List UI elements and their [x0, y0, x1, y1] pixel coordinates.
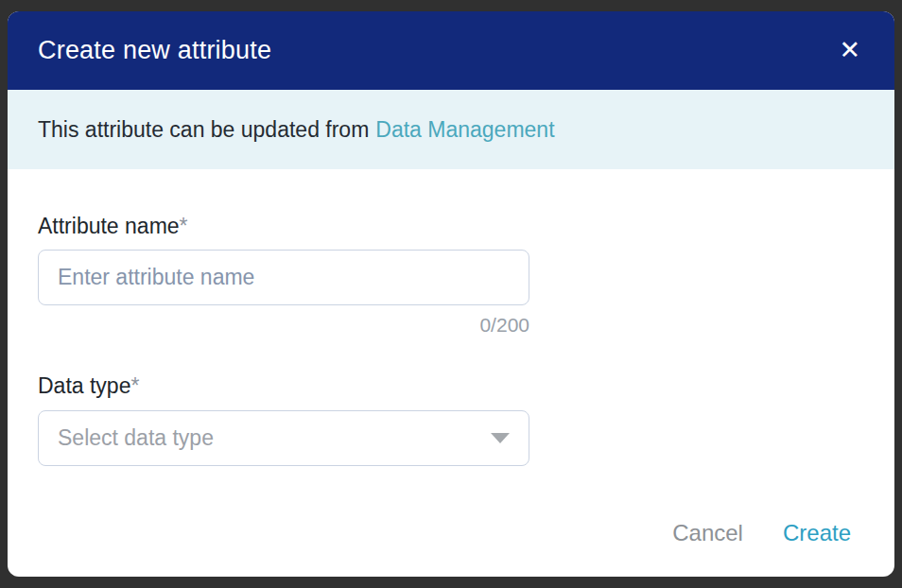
modal-title: Create new attribute — [38, 36, 271, 65]
banner-text: This attribute can be updated from — [38, 117, 369, 143]
char-counter: 0/200 — [38, 314, 529, 337]
data-type-label: Data type* — [38, 372, 864, 399]
required-marker: * — [180, 214, 188, 238]
data-management-link[interactable]: Data Management — [375, 117, 554, 143]
modal-footer: Cancel Create — [8, 518, 894, 577]
close-button[interactable]: ✕ — [835, 34, 864, 67]
modal-header: Create new attribute ✕ — [8, 11, 894, 90]
modal-body: Attribute name* 0/200 Data type* Select … — [8, 169, 894, 466]
create-button[interactable]: Create — [779, 518, 855, 548]
close-icon: ✕ — [839, 36, 860, 64]
cancel-button[interactable]: Cancel — [668, 518, 747, 548]
attribute-name-input[interactable] — [38, 250, 529, 305]
chevron-down-icon — [491, 433, 510, 443]
attribute-name-label-text: Attribute name — [38, 214, 180, 238]
modal-backdrop: Create new attribute ✕ This attribute ca… — [0, 0, 902, 588]
info-banner: This attribute can be updated from Data … — [8, 90, 894, 169]
create-attribute-modal: Create new attribute ✕ This attribute ca… — [8, 11, 894, 577]
data-type-select-placeholder: Select data type — [58, 425, 214, 451]
data-type-label-text: Data type — [38, 373, 130, 398]
data-type-select[interactable]: Select data type — [38, 410, 529, 466]
required-marker: * — [130, 373, 139, 398]
attribute-name-label: Attribute name* — [38, 213, 864, 239]
